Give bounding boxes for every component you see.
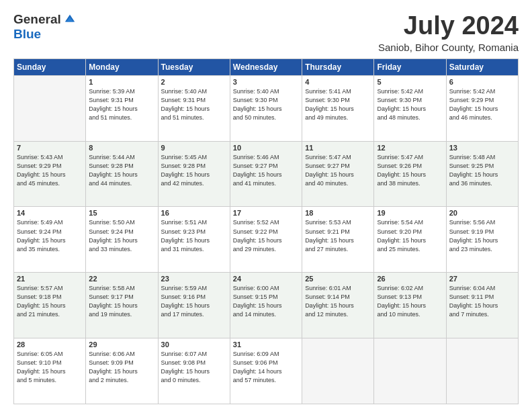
day-info: Sunrise: 5:57 AM Sunset: 9:18 PM Dayligh…	[17, 284, 83, 319]
calendar-cell	[302, 338, 374, 404]
day-number: 14	[17, 209, 83, 217]
day-number: 22	[89, 275, 154, 283]
calendar-cell: 7Sunrise: 5:43 AM Sunset: 9:29 PM Daylig…	[14, 141, 86, 207]
weekday-header-monday: Monday	[86, 58, 158, 75]
day-number: 12	[377, 144, 443, 152]
day-info: Sunrise: 6:01 AM Sunset: 9:14 PM Dayligh…	[305, 284, 371, 319]
day-info: Sunrise: 6:09 AM Sunset: 9:06 PM Dayligh…	[233, 350, 299, 385]
calendar-cell: 12Sunrise: 5:47 AM Sunset: 9:26 PM Dayli…	[374, 141, 446, 207]
logo-icon	[64, 13, 76, 26]
day-number: 24	[233, 275, 299, 283]
day-number: 31	[233, 340, 299, 349]
calendar-week-row: 14Sunrise: 5:49 AM Sunset: 9:24 PM Dayli…	[14, 207, 519, 273]
day-info: Sunrise: 5:49 AM Sunset: 9:24 PM Dayligh…	[17, 218, 83, 253]
day-info: Sunrise: 5:46 AM Sunset: 9:27 PM Dayligh…	[233, 153, 299, 188]
page: General Blue July 2024 Saniob, Bihor Cou…	[0, 0, 532, 411]
weekday-header-row: SundayMondayTuesdayWednesdayThursdayFrid…	[14, 58, 519, 75]
weekday-header-thursday: Thursday	[302, 58, 374, 75]
day-number: 28	[17, 340, 83, 349]
day-info: Sunrise: 5:58 AM Sunset: 9:17 PM Dayligh…	[89, 284, 154, 319]
day-number: 10	[233, 144, 299, 152]
day-number: 5	[377, 78, 443, 86]
day-info: Sunrise: 6:07 AM Sunset: 9:08 PM Dayligh…	[161, 350, 227, 385]
weekday-header-friday: Friday	[374, 58, 446, 75]
day-info: Sunrise: 5:53 AM Sunset: 9:21 PM Dayligh…	[305, 218, 371, 253]
calendar-cell: 14Sunrise: 5:49 AM Sunset: 9:24 PM Dayli…	[14, 207, 86, 273]
weekday-header-wednesday: Wednesday	[230, 58, 302, 75]
weekday-header-sunday: Sunday	[14, 58, 86, 75]
day-number: 25	[305, 275, 371, 283]
day-info: Sunrise: 5:54 AM Sunset: 9:20 PM Dayligh…	[377, 218, 443, 253]
calendar-cell: 22Sunrise: 5:58 AM Sunset: 9:17 PM Dayli…	[86, 273, 158, 338]
weekday-header-saturday: Saturday	[446, 58, 518, 75]
day-info: Sunrise: 5:56 AM Sunset: 9:19 PM Dayligh…	[449, 218, 515, 253]
day-info: Sunrise: 6:04 AM Sunset: 9:11 PM Dayligh…	[449, 284, 515, 319]
day-info: Sunrise: 5:39 AM Sunset: 9:31 PM Dayligh…	[89, 87, 154, 122]
calendar-cell: 27Sunrise: 6:04 AM Sunset: 9:11 PM Dayli…	[446, 273, 518, 338]
calendar-cell: 31Sunrise: 6:09 AM Sunset: 9:06 PM Dayli…	[230, 338, 302, 404]
calendar-cell: 1Sunrise: 5:39 AM Sunset: 9:31 PM Daylig…	[86, 75, 158, 141]
day-number: 21	[17, 275, 83, 283]
day-info: Sunrise: 5:52 AM Sunset: 9:22 PM Dayligh…	[233, 218, 299, 253]
day-number: 13	[449, 144, 515, 152]
calendar-cell: 5Sunrise: 5:42 AM Sunset: 9:30 PM Daylig…	[374, 75, 446, 141]
calendar-cell: 8Sunrise: 5:44 AM Sunset: 9:28 PM Daylig…	[86, 141, 158, 207]
day-number: 29	[89, 340, 154, 349]
day-number: 3	[233, 78, 299, 86]
day-number: 19	[377, 209, 443, 217]
calendar-cell: 9Sunrise: 5:45 AM Sunset: 9:28 PM Daylig…	[158, 141, 230, 207]
calendar-cell: 18Sunrise: 5:53 AM Sunset: 9:21 PM Dayli…	[302, 207, 374, 273]
calendar-cell	[446, 338, 518, 404]
day-info: Sunrise: 5:42 AM Sunset: 9:29 PM Dayligh…	[449, 87, 515, 122]
day-number: 18	[305, 209, 371, 217]
day-number: 9	[161, 144, 227, 152]
calendar-week-row: 1Sunrise: 5:39 AM Sunset: 9:31 PM Daylig…	[14, 75, 519, 141]
day-info: Sunrise: 5:42 AM Sunset: 9:30 PM Dayligh…	[377, 87, 443, 122]
logo-blue: Blue	[13, 27, 41, 41]
day-info: Sunrise: 6:02 AM Sunset: 9:13 PM Dayligh…	[377, 284, 443, 319]
day-number: 30	[161, 340, 227, 349]
day-number: 20	[449, 209, 515, 217]
calendar-cell: 21Sunrise: 5:57 AM Sunset: 9:18 PM Dayli…	[14, 273, 86, 338]
location-subtitle: Saniob, Bihor County, Romania	[378, 42, 519, 53]
calendar-week-row: 7Sunrise: 5:43 AM Sunset: 9:29 PM Daylig…	[14, 141, 519, 207]
day-info: Sunrise: 5:40 AM Sunset: 9:30 PM Dayligh…	[233, 87, 299, 122]
day-number: 4	[305, 78, 371, 86]
day-info: Sunrise: 5:59 AM Sunset: 9:16 PM Dayligh…	[161, 284, 227, 319]
calendar-cell: 2Sunrise: 5:40 AM Sunset: 9:31 PM Daylig…	[158, 75, 230, 141]
day-number: 6	[449, 78, 515, 86]
calendar-week-row: 28Sunrise: 6:05 AM Sunset: 9:10 PM Dayli…	[14, 338, 519, 404]
day-info: Sunrise: 5:48 AM Sunset: 9:25 PM Dayligh…	[449, 153, 515, 188]
day-number: 17	[233, 209, 299, 217]
day-info: Sunrise: 6:05 AM Sunset: 9:10 PM Dayligh…	[17, 350, 83, 385]
day-info: Sunrise: 5:51 AM Sunset: 9:23 PM Dayligh…	[161, 218, 227, 253]
calendar-cell: 17Sunrise: 5:52 AM Sunset: 9:22 PM Dayli…	[230, 207, 302, 273]
calendar-cell: 28Sunrise: 6:05 AM Sunset: 9:10 PM Dayli…	[14, 338, 86, 404]
day-number: 27	[449, 275, 515, 283]
logo-general: General	[13, 12, 61, 27]
calendar-cell	[374, 338, 446, 404]
calendar-cell: 30Sunrise: 6:07 AM Sunset: 9:08 PM Dayli…	[158, 338, 230, 404]
header: General Blue July 2024 Saniob, Bihor Cou…	[13, 12, 519, 53]
calendar-cell: 25Sunrise: 6:01 AM Sunset: 9:14 PM Dayli…	[302, 273, 374, 338]
day-info: Sunrise: 5:43 AM Sunset: 9:29 PM Dayligh…	[17, 153, 83, 188]
calendar-cell: 24Sunrise: 6:00 AM Sunset: 9:15 PM Dayli…	[230, 273, 302, 338]
calendar-cell: 20Sunrise: 5:56 AM Sunset: 9:19 PM Dayli…	[446, 207, 518, 273]
calendar-cell: 6Sunrise: 5:42 AM Sunset: 9:29 PM Daylig…	[446, 75, 518, 141]
weekday-header-tuesday: Tuesday	[158, 58, 230, 75]
day-info: Sunrise: 5:47 AM Sunset: 9:26 PM Dayligh…	[377, 153, 443, 188]
calendar-cell: 3Sunrise: 5:40 AM Sunset: 9:30 PM Daylig…	[230, 75, 302, 141]
day-info: Sunrise: 5:40 AM Sunset: 9:31 PM Dayligh…	[161, 87, 227, 122]
day-number: 8	[89, 144, 154, 152]
day-info: Sunrise: 6:06 AM Sunset: 9:09 PM Dayligh…	[89, 350, 154, 385]
calendar-cell: 13Sunrise: 5:48 AM Sunset: 9:25 PM Dayli…	[446, 141, 518, 207]
day-info: Sunrise: 5:44 AM Sunset: 9:28 PM Dayligh…	[89, 153, 154, 188]
day-number: 15	[89, 209, 154, 217]
day-number: 7	[17, 144, 83, 152]
calendar-cell: 11Sunrise: 5:47 AM Sunset: 9:27 PM Dayli…	[302, 141, 374, 207]
calendar-cell: 29Sunrise: 6:06 AM Sunset: 9:09 PM Dayli…	[86, 338, 158, 404]
day-info: Sunrise: 5:41 AM Sunset: 9:30 PM Dayligh…	[305, 87, 371, 122]
title-block: July 2024 Saniob, Bihor County, Romania	[378, 12, 519, 53]
calendar-cell: 4Sunrise: 5:41 AM Sunset: 9:30 PM Daylig…	[302, 75, 374, 141]
day-number: 11	[305, 144, 371, 152]
